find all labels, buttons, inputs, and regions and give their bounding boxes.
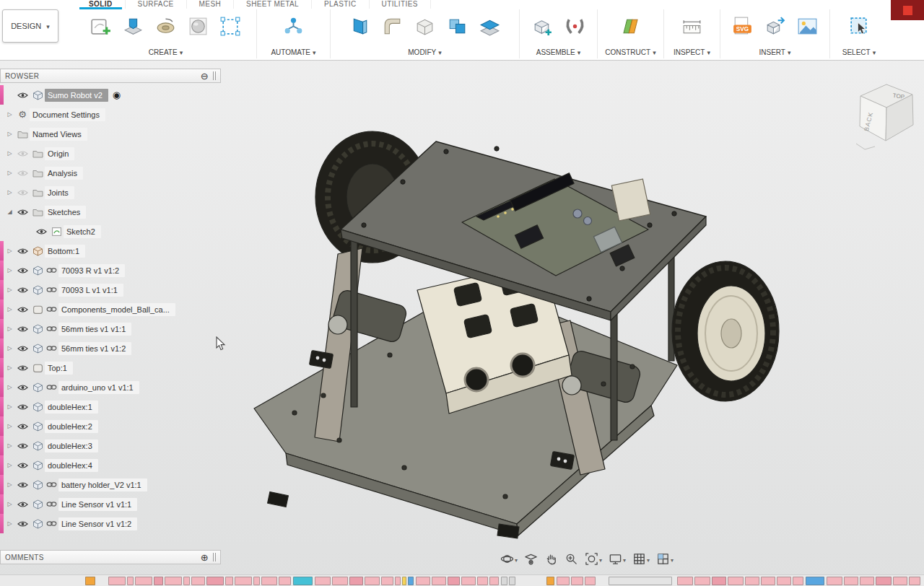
timeline-feature-marker[interactable] [165,577,182,585]
visibility-eye-icon[interactable] [15,189,30,196]
modify-menu[interactable]: MODIFY [334,48,516,58]
timeline-feature-marker[interactable] [509,577,515,585]
new-component-button[interactable] [527,9,557,43]
timeline-track[interactable] [0,574,924,586]
browser-item[interactable]: ▷doubleHex:2 [0,416,221,436]
timeline-feature-marker[interactable] [235,577,252,585]
browser-item[interactable]: Sumo Robot v2◉ [0,85,221,105]
expander-icon[interactable]: ◢ [4,209,15,215]
timeline-feature-marker[interactable] [860,577,874,585]
visibility-eye-icon[interactable] [15,248,30,255]
timeline-feature-marker[interactable] [585,577,596,585]
timeline-feature-marker[interactable] [876,577,892,585]
viewports-button[interactable] [655,551,674,567]
timeline-feature-marker[interactable] [332,577,348,585]
timeline-feature-marker[interactable] [315,577,331,585]
fit-button[interactable] [584,551,603,567]
expander-icon[interactable]: ▷ [4,501,15,507]
visibility-eye-icon[interactable] [15,403,30,411]
browser-item[interactable]: ▷⚙Document Settings [0,105,221,124]
browser-item[interactable]: ▷Joints [0,183,221,202]
browser-item[interactable]: ▷70093 R v1 v1:2 [0,261,221,280]
visibility-eye-icon[interactable] [15,287,30,294]
timeline-feature-marker[interactable] [461,577,476,585]
expander-icon[interactable]: ▷ [4,403,15,410]
revolve-button[interactable] [151,9,181,43]
canvas-button[interactable] [793,9,823,43]
view-cube[interactable]: TOP BACK [850,74,923,161]
expander-icon[interactable]: ▷ [4,248,15,254]
timeline-feature-marker[interactable] [909,577,920,585]
assemble-menu[interactable]: ASSEMBLE [523,48,594,58]
browser-item[interactable]: ▷battery holder_V2 v1:1 [0,475,221,494]
visibility-eye-icon[interactable] [15,209,30,216]
expander-icon[interactable]: ▷ [4,287,15,293]
visibility-eye-icon[interactable] [15,520,30,528]
expander-icon[interactable]: ▷ [4,111,15,118]
zoom-button[interactable] [564,551,579,567]
expander-icon[interactable]: ▷ [4,267,15,274]
inspect-menu[interactable]: INSPECT [667,48,717,58]
visibility-eye-icon[interactable] [15,170,30,177]
display-settings-button[interactable] [608,551,627,567]
timeline-feature-marker[interactable] [609,577,672,585]
browser-item[interactable]: Sketch2 [0,222,221,241]
visibility-eye-icon[interactable] [15,92,30,99]
timeline-feature-marker[interactable] [793,577,803,585]
panel-grip[interactable] [213,71,216,80]
visibility-eye-icon[interactable] [15,267,30,274]
tab-sheet-metal[interactable]: SHEET METAL [234,0,312,9]
visibility-eye-icon[interactable] [15,150,30,157]
insert-mesh-button[interactable] [760,9,790,43]
activate-radio-icon[interactable]: ◉ [113,90,121,100]
expander-icon[interactable]: ▷ [4,170,15,176]
timeline-feature-marker[interactable] [501,577,507,585]
expand-panel-icon[interactable] [201,552,209,563]
visibility-eye-icon[interactable] [15,501,30,508]
expander-icon[interactable]: ▷ [4,150,15,157]
joint-button[interactable] [559,9,590,43]
automate-menu[interactable]: AUTOMATE [260,48,327,58]
timeline-feature-marker[interactable] [777,577,791,585]
browser-item[interactable]: ▷Analysis [0,163,221,183]
timeline-feature-marker[interactable] [761,577,775,585]
browser-item[interactable]: ▷Line Sensor v1 v1:2 [0,514,221,533]
timeline-feature-marker[interactable] [183,577,190,585]
timeline-feature-marker[interactable] [416,577,430,585]
orbit-button[interactable] [500,551,518,567]
expander-icon[interactable]: ▷ [4,423,15,429]
visibility-eye-icon[interactable] [34,228,49,235]
browser-item[interactable]: ▷70093 L v1 v1:1 [0,280,221,299]
timeline-feature-marker[interactable] [191,577,205,585]
timeline-feature-marker[interactable] [893,577,907,585]
visibility-eye-icon[interactable] [15,442,30,450]
timeline-feature-marker[interactable] [206,577,224,585]
measure-button[interactable] [677,9,707,43]
visibility-eye-icon[interactable] [15,384,30,391]
timeline-feature-marker[interactable] [677,577,693,585]
extrude-button[interactable] [118,9,149,43]
recording-indicator[interactable] [891,0,924,20]
browser-item[interactable]: ▷Named Views [0,124,221,144]
expander-icon[interactable]: ▷ [4,442,15,449]
expander-icon[interactable]: ▷ [4,520,15,527]
timeline-feature-marker[interactable] [135,577,152,585]
visibility-eye-icon[interactable] [15,306,30,313]
timeline-feature-marker[interactable] [557,577,570,585]
timeline-feature-marker[interactable] [745,577,759,585]
combine-button[interactable] [443,9,473,43]
timeline-feature-marker[interactable] [827,577,842,585]
browser-item[interactable]: ▷doubleHex:1 [0,397,221,416]
create-sketch-button[interactable] [86,9,116,43]
grid-settings-button[interactable] [632,551,650,567]
tab-mesh[interactable]: MESH [187,0,235,9]
timeline-feature-marker[interactable] [154,577,163,585]
timeline-feature-marker[interactable] [108,577,126,585]
timeline-feature-marker[interactable] [571,577,583,585]
press-pull-button[interactable] [345,9,375,43]
browser-item[interactable]: ▷doubleHex:4 [0,455,221,475]
pan-button[interactable] [544,551,559,567]
timeline-feature-marker[interactable] [402,577,406,585]
browser-item[interactable]: ▷56mm ties v1 v1:1 [0,319,221,338]
expander-icon[interactable]: ▷ [4,384,15,390]
